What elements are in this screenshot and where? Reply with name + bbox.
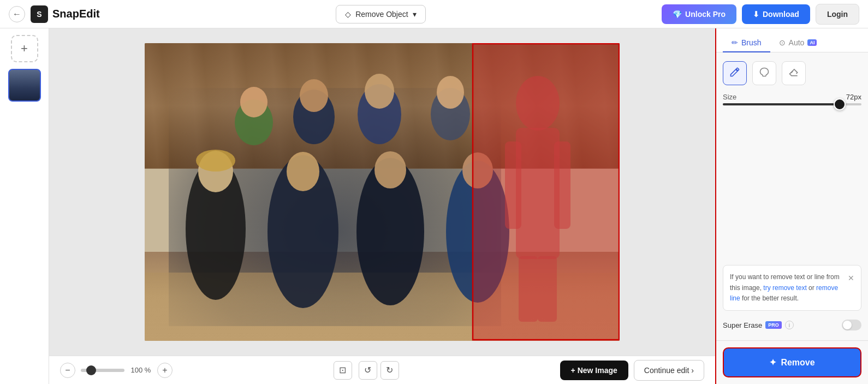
svg-point-12	[196, 150, 235, 172]
download-button[interactable]: ⬇ Download	[742, 4, 810, 24]
chevron-right-icon: ›	[691, 366, 694, 375]
svg-rect-23	[554, 141, 570, 229]
new-image-label: + New Image	[571, 366, 617, 375]
remove-sparkle-icon: ✦	[769, 357, 776, 368]
tool-icons-row	[723, 59, 861, 87]
lasso-tool-button[interactable]	[752, 61, 776, 85]
undo-icon: ↺	[364, 365, 371, 375]
svg-rect-21	[516, 128, 560, 259]
footer-center: ⊡ ↺ ↻	[334, 361, 399, 380]
back-button[interactable]: ←	[9, 6, 25, 22]
svg-point-20	[516, 76, 560, 131]
unlock-pro-label: Unlock Pro	[685, 10, 726, 19]
info-suffix: for the better result.	[740, 294, 799, 302]
size-slider-thumb[interactable]	[834, 98, 846, 110]
chevron-down-icon: ▾	[413, 10, 417, 19]
size-label: Size	[723, 93, 736, 101]
continue-edit-label: Continue edit	[644, 366, 689, 375]
remove-object-label: Remove Object	[355, 10, 408, 19]
svg-point-9	[437, 76, 464, 109]
tab-auto[interactable]: ⊙ Auto AI	[770, 34, 826, 52]
tab-brush[interactable]: ✏ Brush	[723, 34, 770, 52]
spacer	[723, 115, 861, 259]
toggle-thumb	[843, 321, 852, 329]
canvas-container[interactable]	[49, 28, 715, 356]
super-erase-label: Super Erase PRO i	[723, 321, 794, 329]
super-erase-row: Super Erase PRO i	[723, 316, 861, 334]
canvas-footer: − 100 % + ⊡ ↺ ↻	[49, 356, 715, 384]
header-left: ← S SnapEdit	[9, 5, 100, 23]
size-slider-track[interactable]	[723, 103, 861, 105]
thumbnail-preview	[9, 70, 40, 101]
diamond-icon: 💎	[673, 10, 682, 19]
auto-tab-inner: ⊙ Auto AI	[779, 38, 817, 47]
size-value: 72px	[846, 93, 861, 101]
unlock-pro-button[interactable]: 💎 Unlock Pro	[662, 4, 736, 24]
remove-label: Remove	[781, 358, 815, 368]
ai-badge: AI	[807, 39, 817, 46]
svg-rect-24	[519, 256, 538, 322]
super-erase-text: Super Erase	[723, 321, 762, 329]
login-label: Login	[827, 10, 848, 19]
header: ← S SnapEdit ◇ Remove Object ▾ 💎 Unlock …	[0, 0, 868, 28]
brush-icon	[729, 67, 740, 80]
header-right: 💎 Unlock Pro ⬇ Download Login	[662, 4, 859, 25]
remove-text-link[interactable]: try remove text	[763, 284, 806, 292]
compare-icon: ⊡	[339, 365, 346, 375]
panel-body: Size 72px ✕ If you want to remove text o…	[716, 52, 868, 340]
eraser-tool-button[interactable]	[782, 61, 806, 85]
remove-button[interactable]: ✦ Remove	[723, 347, 861, 377]
footer-right: + New Image Continue edit ›	[560, 360, 704, 381]
svg-point-7	[365, 74, 394, 109]
info-close-button[interactable]: ✕	[848, 272, 854, 284]
zoom-plus-button[interactable]: +	[157, 363, 173, 378]
thumbnail-image	[9, 70, 40, 101]
zoom-value: 100 %	[130, 366, 152, 374]
main-image[interactable]	[145, 43, 620, 341]
canvas-area: − 100 % + ⊡ ↺ ↻	[49, 28, 715, 384]
size-slider-fill	[723, 103, 836, 105]
people-svg	[145, 43, 620, 341]
pro-badge: PRO	[765, 321, 782, 329]
remove-object-icon: ◇	[345, 10, 351, 19]
info-panel: ✕ If you want to remove text or line fro…	[723, 265, 861, 311]
zoom-controls: − 100 % +	[60, 363, 173, 378]
image-thumbnail[interactable]	[8, 69, 41, 102]
zoom-slider[interactable]	[81, 369, 124, 372]
download-icon: ⬇	[753, 10, 759, 19]
redo-button[interactable]: ↻	[381, 361, 399, 380]
svg-rect-25	[538, 256, 557, 322]
size-slider-wrap	[723, 103, 861, 105]
brush-tool-button[interactable]	[723, 61, 747, 85]
panel-bottom: ✦ Remove	[716, 340, 868, 384]
new-image-button[interactable]: + New Image	[560, 361, 628, 380]
svg-point-3	[240, 87, 267, 117]
logo: S SnapEdit	[31, 5, 100, 23]
zoom-minus-button[interactable]: −	[60, 363, 75, 378]
remove-object-button[interactable]: ◇ Remove Object ▾	[336, 5, 425, 23]
undo-button[interactable]: ↺	[359, 361, 377, 380]
sidebar-left: +	[0, 28, 49, 384]
lasso-icon	[759, 67, 770, 80]
download-label: Download	[763, 10, 799, 19]
super-erase-toggle[interactable]	[842, 320, 861, 330]
continue-edit-button[interactable]: Continue edit ›	[634, 360, 704, 381]
undo-redo-controls: ↺ ↻	[359, 361, 399, 380]
panel-tabs: ✏ Brush ⊙ Auto AI	[716, 28, 868, 52]
zoom-slider-thumb[interactable]	[86, 365, 96, 375]
svg-rect-22	[505, 141, 521, 229]
login-button[interactable]: Login	[816, 4, 859, 25]
svg-point-5	[300, 79, 328, 112]
auto-tab-icon: ⊙	[779, 38, 786, 47]
svg-point-14	[287, 152, 319, 191]
compare-button[interactable]: ⊡	[334, 361, 352, 380]
logo-icon: S	[31, 5, 48, 23]
svg-point-16	[374, 151, 406, 188]
redo-icon: ↻	[386, 365, 393, 375]
super-erase-info-icon[interactable]: i	[785, 321, 794, 329]
brush-tab-label: Brush	[741, 38, 762, 47]
size-controls: Size 72px	[723, 93, 861, 110]
header-center: ◇ Remove Object ▾	[336, 5, 425, 23]
add-image-button[interactable]: +	[11, 35, 38, 62]
logo-text: SnapEdit	[52, 8, 100, 20]
